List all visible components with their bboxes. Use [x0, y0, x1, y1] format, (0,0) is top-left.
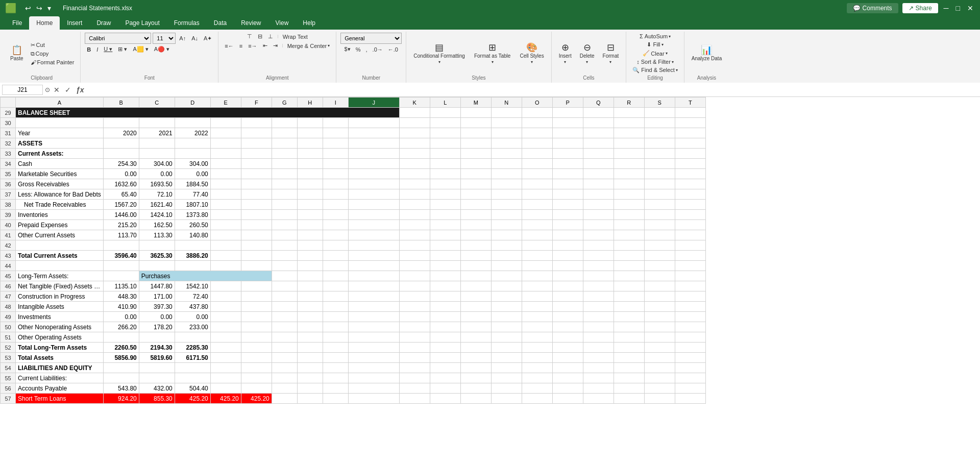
cell[interactable]	[348, 271, 399, 281]
cell[interactable]	[522, 271, 552, 281]
col-header-a[interactable]: A	[16, 97, 104, 108]
cell[interactable]	[552, 332, 583, 343]
cell[interactable]	[614, 108, 644, 118]
cell[interactable]: 3886.20	[175, 251, 210, 261]
customize-qa[interactable]: ▾	[46, 4, 53, 13]
cell[interactable]	[297, 332, 323, 343]
cell[interactable]	[399, 383, 430, 394]
cell[interactable]	[399, 251, 430, 261]
cell[interactable]	[675, 169, 705, 179]
cell[interactable]	[348, 353, 399, 363]
cell[interactable]	[323, 138, 348, 149]
cell[interactable]	[210, 281, 241, 291]
cell[interactable]	[644, 383, 675, 394]
cell[interactable]	[297, 312, 323, 322]
cell[interactable]	[460, 138, 491, 149]
cell[interactable]	[241, 291, 272, 302]
col-header-c[interactable]: C	[139, 97, 175, 108]
cell[interactable]	[348, 281, 399, 291]
font-color-button[interactable]: A🔴 ▾	[152, 45, 172, 53]
cell[interactable]: 0.00	[103, 312, 139, 322]
cell[interactable]	[491, 220, 522, 230]
cell[interactable]	[175, 149, 210, 159]
cell[interactable]: 0.00	[103, 169, 139, 179]
cell[interactable]	[399, 353, 430, 363]
fill-color-button[interactable]: A🟨 ▾	[131, 45, 150, 53]
cell[interactable]	[460, 302, 491, 312]
cell[interactable]	[399, 169, 430, 179]
cell[interactable]	[614, 169, 644, 179]
cell[interactable]	[522, 332, 552, 343]
cell[interactable]	[241, 302, 272, 312]
cell[interactable]	[644, 210, 675, 220]
cell[interactable]: 5856.90	[103, 353, 139, 363]
cell[interactable]	[399, 363, 430, 373]
copy-button[interactable]: ⧉ Copy	[29, 50, 77, 58]
paste-button[interactable]: 📋 Paste	[7, 38, 27, 69]
cell[interactable]	[644, 138, 675, 149]
cell[interactable]	[241, 128, 272, 138]
cell[interactable]	[675, 312, 705, 322]
cell[interactable]	[583, 169, 614, 179]
cell[interactable]: 72.40	[175, 291, 210, 302]
cell[interactable]	[491, 363, 522, 373]
cell[interactable]	[323, 322, 348, 332]
cell[interactable]	[323, 189, 348, 200]
cell[interactable]	[241, 149, 272, 159]
cell[interactable]	[272, 159, 297, 169]
cell[interactable]	[491, 373, 522, 383]
conditional-formatting-button[interactable]: ▤ Conditional Formatting ▾	[410, 38, 468, 69]
cell[interactable]	[614, 332, 644, 343]
cell[interactable]	[175, 261, 210, 271]
bold-button[interactable]: B	[85, 46, 93, 53]
cell[interactable]	[103, 261, 139, 271]
cell[interactable]	[644, 394, 675, 404]
cell[interactable]	[552, 394, 583, 404]
cell[interactable]	[272, 169, 297, 179]
cell[interactable]	[522, 210, 552, 220]
cell[interactable]	[16, 118, 104, 128]
font-size-select[interactable]: 11	[153, 33, 176, 44]
insert-button[interactable]: ⊕ Insert ▾	[556, 38, 575, 69]
cell[interactable]	[272, 353, 297, 363]
confirm-formula-button[interactable]: ✓	[63, 86, 72, 94]
cell[interactable]	[348, 118, 399, 128]
cell[interactable]	[614, 230, 644, 240]
col-header-l[interactable]: L	[430, 97, 460, 108]
cell[interactable]: LIABILITIES AND EQUITY	[16, 363, 104, 373]
cell[interactable]	[348, 149, 399, 159]
cell[interactable]	[522, 302, 552, 312]
cell[interactable]: 0.00	[175, 169, 210, 179]
merge-center-button[interactable]: Merge & Center ▾	[285, 42, 332, 50]
cell[interactable]	[614, 138, 644, 149]
cell[interactable]	[552, 251, 583, 261]
cell[interactable]	[297, 149, 323, 159]
cell[interactable]	[430, 220, 460, 230]
close-button[interactable]: ✕	[966, 4, 975, 13]
cell[interactable]	[210, 159, 241, 169]
cell[interactable]	[614, 383, 644, 394]
cell[interactable]	[430, 251, 460, 261]
cell[interactable]	[210, 251, 241, 261]
cell[interactable]	[583, 128, 614, 138]
redo-button[interactable]: ↪	[35, 4, 44, 13]
cell[interactable]	[348, 383, 399, 394]
tab-file[interactable]: File	[5, 16, 29, 30]
wrap-text-button[interactable]: Wrap Text	[281, 33, 310, 40]
cell[interactable]: 0.00	[139, 312, 175, 322]
cell[interactable]	[272, 240, 297, 251]
cell[interactable]	[272, 281, 297, 291]
col-header-k[interactable]: K	[399, 97, 430, 108]
cell[interactable]: 1807.10	[175, 200, 210, 210]
cell[interactable]	[675, 149, 705, 159]
cell[interactable]	[399, 149, 430, 159]
cell[interactable]	[583, 281, 614, 291]
cell[interactable]	[430, 118, 460, 128]
cell[interactable]: Other Operating Assets	[16, 332, 104, 343]
cell[interactable]	[522, 394, 552, 404]
cell[interactable]	[297, 189, 323, 200]
cell[interactable]	[460, 108, 491, 118]
cell[interactable]: 1632.60	[103, 179, 139, 189]
cell[interactable]	[323, 230, 348, 240]
cell[interactable]	[644, 332, 675, 343]
